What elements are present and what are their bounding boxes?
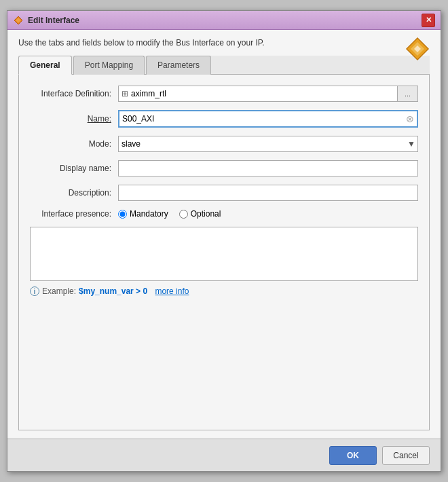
content-area: Use the tabs and fields below to modify … [7, 30, 441, 439]
expression-textarea[interactable] [30, 227, 418, 281]
window-icon [13, 15, 24, 26]
mandatory-label: Mandatory [130, 209, 168, 219]
browse-button[interactable]: ... [398, 86, 418, 102]
interface-definition-input-container: ⊞ [118, 86, 398, 102]
vivado-logo-icon [405, 37, 430, 61]
name-input[interactable] [122, 114, 406, 124]
clear-icon[interactable]: ⊗ [406, 113, 414, 124]
description-input[interactable] [118, 185, 418, 201]
title-bar: Edit Interface ✕ [7, 11, 441, 30]
logo-area [405, 37, 430, 63]
info-icon: i [30, 286, 39, 296]
mode-row: Mode: slave master ▼ [30, 136, 418, 152]
mandatory-option[interactable]: Mandatory [118, 209, 168, 219]
ok-button[interactable]: OK [329, 446, 377, 465]
optional-label: Optional [191, 209, 221, 219]
tabs-container: General Port Mapping Parameters [18, 56, 430, 75]
interface-definition-row: Interface Definition: ⊞ ... [30, 86, 418, 102]
mandatory-radio[interactable] [118, 210, 127, 219]
title-text: Edit Interface [28, 16, 422, 25]
name-label: Name: [30, 114, 118, 124]
display-name-input[interactable] [118, 160, 418, 177]
example-code: $my_num_var > 0 [79, 286, 147, 296]
optional-radio[interactable] [179, 210, 188, 219]
more-info-link[interactable]: more info [155, 286, 189, 296]
description-row: Description: [30, 185, 418, 201]
mode-select[interactable]: slave master [118, 136, 418, 152]
close-button[interactable]: ✕ [422, 14, 435, 27]
example-label: Example: [42, 286, 76, 296]
name-input-container: ⊗ [118, 110, 418, 128]
mode-label: Mode: [30, 139, 118, 149]
tab-port-mapping[interactable]: Port Mapping [73, 56, 145, 75]
display-name-label: Display name: [30, 164, 118, 173]
edit-interface-window: Edit Interface ✕ Use the tabs and fields… [7, 10, 441, 472]
interface-definition-label: Interface Definition: [30, 89, 118, 98]
tab-general[interactable]: General [18, 56, 72, 75]
radio-group: Mandatory Optional [118, 209, 221, 219]
example-row: i Example: $my_num_var > 0 more info [30, 286, 418, 296]
tab-parameters[interactable]: Parameters [146, 56, 211, 75]
description-label: Description: [30, 188, 118, 198]
interface-definition-input[interactable] [131, 89, 397, 98]
display-name-row: Display name: [30, 160, 418, 177]
bottom-bar: OK Cancel [7, 439, 441, 471]
cancel-button[interactable]: Cancel [382, 446, 430, 465]
optional-option[interactable]: Optional [179, 209, 221, 219]
tab-general-content: Interface Definition: ⊞ ... Name: ⊗ [18, 75, 430, 430]
instruction-text: Use the tabs and fields below to modify … [18, 38, 430, 48]
interface-presence-label: Interface presence: [30, 209, 118, 219]
interface-presence-row: Interface presence: Mandatory Optional [30, 209, 418, 219]
greater-than [150, 286, 152, 296]
name-row: Name: ⊗ [30, 110, 418, 128]
mode-select-wrapper: slave master ▼ [118, 136, 418, 152]
interface-icon: ⊞ [119, 89, 131, 98]
